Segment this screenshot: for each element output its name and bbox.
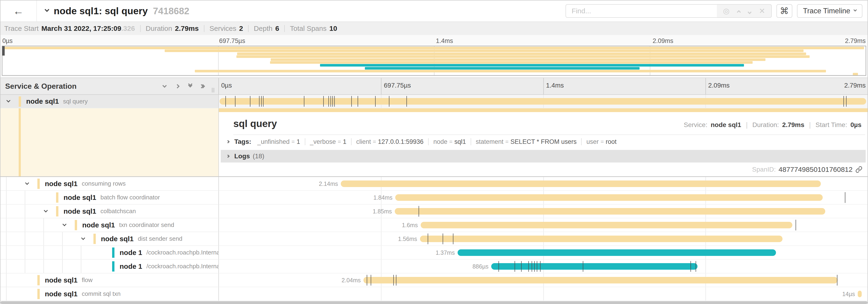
span-tree-item[interactable]: node sql1commit sql txn <box>0 287 219 301</box>
span-row: node sql1consuming rows2.14ms <box>0 177 868 191</box>
log-marker-tick <box>225 96 226 107</box>
log-marker-tick <box>396 275 396 285</box>
collapse-all-icon[interactable] <box>189 85 192 88</box>
span-duration-label: 1.6ms <box>402 222 418 228</box>
span-bar[interactable] <box>421 222 792 228</box>
span-timeline-cell[interactable]: 1.85ms <box>219 205 868 218</box>
span-bar[interactable] <box>491 263 698 270</box>
minimap-canvas[interactable] <box>2 46 866 76</box>
tag-value: SELECT * FROM users <box>510 138 577 145</box>
scrollbar-thumb[interactable] <box>0 301 868 304</box>
trace-start-value: March 31 2022, 17:25:09.326 <box>41 25 135 32</box>
span-timeline-cell[interactable]: 886µs <box>219 260 868 273</box>
span-row: node sql1batch flow coordinator1.84ms <box>0 191 868 205</box>
service-name: node sql1 <box>45 290 78 298</box>
span-timeline-cell[interactable]: 1.37ms <box>219 246 868 260</box>
match-highlight-icon[interactable]: ◎ <box>723 7 730 15</box>
collapse-one-icon[interactable] <box>163 85 166 88</box>
span-tree-item[interactable]: node 1/cockroach.roachpb.Internal/Batch <box>0 260 219 273</box>
span-tree-item[interactable]: node sql1batch flow coordinator <box>0 191 219 205</box>
span-tree-item[interactable]: node sql1txn coordinator send <box>0 218 219 232</box>
timeline-gridline <box>706 260 706 273</box>
log-marker-tick <box>332 96 333 107</box>
span-bar[interactable] <box>395 194 823 201</box>
span-timeline-cell[interactable]: 14µs <box>219 287 868 301</box>
span-tree-item[interactable]: node sql1consuming rows <box>0 177 219 191</box>
span-timeline-cell[interactable]: 1.84ms <box>219 191 868 205</box>
column-resizer-handle[interactable] <box>212 88 214 93</box>
span-tree-item[interactable]: node sql1colbatchscan <box>0 205 219 218</box>
find-input[interactable] <box>565 4 717 18</box>
trace-view-selector[interactable]: Trace Timeline <box>797 4 862 18</box>
top-bar: ← node sql1: sql query 7418682 ◎ ✕ ⌘ Tra… <box>0 0 868 22</box>
log-marker-tick <box>351 96 352 107</box>
span-timeline-cell[interactable]: 2.04ms <box>219 273 868 287</box>
span-timeline-cell[interactable]: 1.6ms <box>219 218 868 232</box>
service-name: node 1 <box>120 249 142 257</box>
trace-collapse-icon[interactable] <box>44 7 49 12</box>
tree-indent-guide <box>62 246 63 259</box>
tag-key: _unfinished <box>257 138 290 145</box>
logs-accordion[interactable]: Logs (18) <box>221 150 866 163</box>
operation-name: batch flow coordinator <box>100 194 160 201</box>
expand-all-icon[interactable] <box>202 85 205 88</box>
timeline-ruler: 0µs697.75µs1.4ms2.09ms2.79ms <box>219 78 868 94</box>
expand-one-icon[interactable] <box>176 85 179 88</box>
span-bar[interactable] <box>341 180 821 187</box>
tree-chevron-down-icon[interactable] <box>7 99 10 103</box>
minimap-span-bar <box>853 73 858 75</box>
span-timeline-cell[interactable] <box>219 95 868 108</box>
back-button[interactable]: ← <box>0 0 37 22</box>
span-timeline-cell[interactable]: 1.56ms <box>219 232 868 246</box>
span-bar[interactable] <box>858 291 862 297</box>
span-bar[interactable] <box>420 236 782 242</box>
minimap-span-bar <box>237 53 806 55</box>
tree-chevron-down-icon[interactable] <box>82 237 85 241</box>
copy-link-icon[interactable] <box>856 166 862 173</box>
command-icon: ⌘ <box>780 6 789 16</box>
span-bar[interactable] <box>364 277 838 283</box>
service-color-chip <box>112 261 115 272</box>
tags-label: Tags: <box>234 138 251 145</box>
span-detail-title: sql query <box>234 118 684 129</box>
span-duration-label: 1.85ms <box>373 208 392 214</box>
depth-label: Depth <box>254 25 272 32</box>
span-tree-item[interactable]: node sql1dist sender send <box>0 232 219 246</box>
minimap-drag-handle[interactable] <box>2 46 5 56</box>
prev-result-icon[interactable] <box>737 7 740 15</box>
trace-start-label: Trace Start <box>4 25 38 32</box>
ruler-tick-label: 2.09ms <box>706 78 868 94</box>
divider <box>284 25 285 32</box>
tree-indent-guide <box>6 177 6 190</box>
log-marker-tick <box>261 96 261 107</box>
tree-chevron-down-icon[interactable] <box>44 209 47 213</box>
clear-search-icon[interactable]: ✕ <box>759 7 765 15</box>
span-bar[interactable] <box>220 98 866 105</box>
operation-name: txn coordinator send <box>119 221 174 229</box>
span-bar[interactable] <box>458 249 776 256</box>
service-value: node sql1 <box>711 121 741 129</box>
span-duration-label: 1.84ms <box>373 194 393 201</box>
tags-accordion[interactable]: Tags: _unfinished=1_verbose=1client=127.… <box>219 135 868 148</box>
tree-indent-guide <box>43 218 44 232</box>
minimap-span-bar <box>270 61 753 64</box>
tree-chevron-down-icon[interactable] <box>26 182 29 186</box>
operation-name: flow <box>82 276 93 284</box>
span-detail-bar[interactable] <box>219 108 868 112</box>
chevron-right-icon <box>226 140 229 143</box>
span-tree-item[interactable]: node 1/cockroach.roachpb.Internal/Batch <box>0 246 219 260</box>
keyboard-shortcuts-button[interactable]: ⌘ <box>776 4 792 18</box>
span-tree-item[interactable]: node sql1sql query <box>0 95 219 108</box>
tree-branch-line <box>19 108 21 176</box>
equals-sign: = <box>291 138 295 145</box>
log-marker-tick <box>331 96 331 107</box>
operation-name: dist sender send <box>138 235 182 242</box>
span-row: node sql1commit sql txn14µs <box>0 287 868 301</box>
tag-value: root <box>606 138 617 145</box>
span-bar[interactable] <box>395 208 826 214</box>
span-timeline-cell[interactable]: 2.14ms <box>219 177 868 191</box>
next-result-icon[interactable] <box>748 7 751 15</box>
minimap-span-bar <box>3 47 864 49</box>
tree-chevron-down-icon[interactable] <box>63 223 66 227</box>
span-tree-item[interactable]: node sql1flow <box>0 273 219 287</box>
